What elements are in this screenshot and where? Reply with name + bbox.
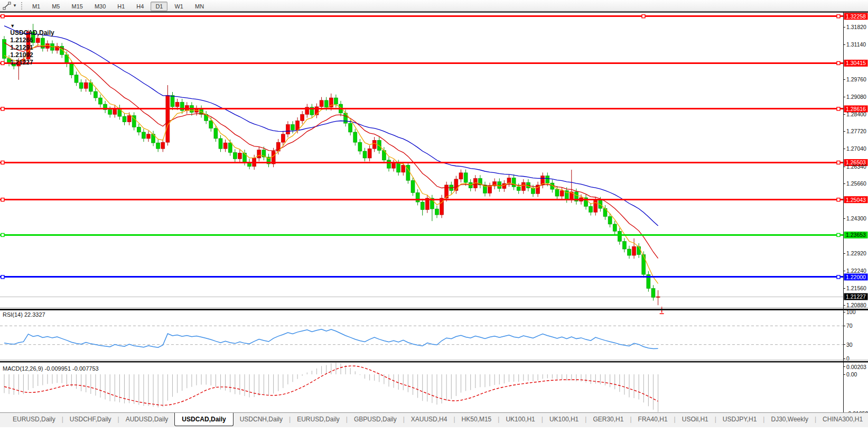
toolbar-dropdown-icon[interactable]: ▼ <box>13 3 17 8</box>
panel-splitter-rsi[interactable] <box>0 309 868 310</box>
chart-tab-xauusd-7[interactable]: XAUUSD,H4 <box>405 413 454 425</box>
chart-title: ▼ USDCAD,Daily 1.21266 1.21291 1.21092 1… <box>3 14 58 73</box>
svg-text:1.22240: 1.22240 <box>846 268 866 274</box>
svg-text:1.26340: 1.26340 <box>846 163 866 170</box>
quote-high: 1.21291 <box>10 44 33 51</box>
chart-tab-gbpusd-6[interactable]: GBPUSD,Daily <box>348 413 403 425</box>
rsi-indicator-label: RSI(14) 22.3327 <box>3 311 45 318</box>
svg-text:1.30415: 1.30415 <box>846 60 866 66</box>
chart-symbol-period: USDCAD,Daily <box>10 29 54 36</box>
rsi-line <box>4 329 658 349</box>
svg-text:1.24300: 1.24300 <box>846 215 866 222</box>
panel-splitter-macd[interactable] <box>0 361 868 363</box>
line-studies-button[interactable]: ▼ <box>0 2 19 10</box>
chart-tab-dj30-15[interactable]: DJ30,Weekly <box>764 413 814 425</box>
svg-text:1.21227: 1.21227 <box>846 293 866 300</box>
timeframe-buttons: M1M5M15M30H1H4D1W1MN <box>26 1 210 11</box>
chart-tab-usdjpy-14[interactable]: USDJPY,H1 <box>716 413 763 425</box>
timeframe-button-h1[interactable]: H1 <box>113 2 129 11</box>
timeframe-button-h4[interactable]: H4 <box>132 2 148 11</box>
chart-tab-usdcad-3[interactable]: USDCAD,Daily <box>174 413 233 426</box>
chart-canvas[interactable]: 1.322581.304151.286161.265031.250431.236… <box>0 12 868 427</box>
chart-tab-eurusd-0[interactable]: EURUSD,Daily <box>6 413 62 425</box>
svg-text:1.25043: 1.25043 <box>846 197 866 203</box>
medium-ma-line <box>4 43 658 259</box>
timeframe-button-d1[interactable]: D1 <box>151 2 167 11</box>
quote-open: 1.21266 <box>10 36 33 44</box>
svg-text:1.23653: 1.23653 <box>846 232 866 238</box>
svg-text:0: 0 <box>846 355 850 362</box>
toolbar-grip <box>21 2 23 10</box>
svg-text:1.32258: 1.32258 <box>846 13 866 20</box>
svg-text:1.27040: 1.27040 <box>846 145 866 152</box>
svg-text:1.31140: 1.31140 <box>846 41 866 48</box>
svg-text:1.31820: 1.31820 <box>846 24 866 30</box>
svg-text:1.25660: 1.25660 <box>846 180 866 187</box>
chart-window: 1.322581.304151.286161.265031.250431.236… <box>0 12 868 427</box>
timeframe-button-mn[interactable]: MN <box>190 2 209 11</box>
svg-text:0.00: 0.00 <box>846 371 857 377</box>
top-toolbar: ▼ M1M5M15M30H1H4D1W1MN <box>0 0 868 12</box>
svg-text:0.00203: 0.00203 <box>846 364 866 370</box>
timeframe-button-m1[interactable]: M1 <box>27 2 45 11</box>
svg-text:1.22000: 1.22000 <box>846 274 866 280</box>
svg-text:1.27720: 1.27720 <box>846 128 866 134</box>
timeframe-button-w1[interactable]: W1 <box>170 2 188 11</box>
svg-text:1.28400: 1.28400 <box>846 111 866 117</box>
chart-tab-eurusd-5[interactable]: EURUSD,Daily <box>291 413 346 425</box>
chart-tab-china300-16[interactable]: CHINA300,H1 <box>816 413 868 425</box>
svg-text:1.29080: 1.29080 <box>846 94 866 100</box>
chart-tab-ger30-11[interactable]: GER30,H1 <box>586 413 630 425</box>
chart-tab-hk50-8[interactable]: HK50,M15 <box>455 413 498 425</box>
macd-indicator-label: MACD(12,26,9) -0.009951 -0.007753 <box>3 365 99 372</box>
svg-text:70: 70 <box>846 323 853 329</box>
timeframe-button-m30[interactable]: M30 <box>90 2 110 11</box>
chart-tab-uk100-10[interactable]: UK100,H1 <box>543 413 585 425</box>
symbol-tab-bar: EURUSD,Daily|USDCHF,Daily|AUDUSD,DailyUS… <box>0 412 868 427</box>
price-level-lines <box>0 13 868 280</box>
chart-tab-audusd-2[interactable]: AUDUSD,Daily <box>119 413 175 425</box>
svg-text:1.29760: 1.29760 <box>846 76 866 82</box>
candles-layer <box>3 24 660 305</box>
fast-ma-line <box>4 45 658 284</box>
quote-low: 1.21092 <box>10 51 33 59</box>
macd-histogram <box>4 363 658 412</box>
chart-tab-usdchf-1[interactable]: USDCHF,Daily <box>63 413 118 425</box>
quote-close: 1.21227 <box>10 59 33 66</box>
chart-tab-usoil-13[interactable]: USOil,H1 <box>676 413 715 425</box>
svg-text:1.21560: 1.21560 <box>846 285 866 291</box>
timeframe-button-m15[interactable]: M15 <box>67 2 87 11</box>
svg-text:1.20880: 1.20880 <box>846 302 866 308</box>
timeframe-button-m5[interactable]: M5 <box>47 2 64 11</box>
line-studies-icon <box>3 2 11 10</box>
chart-collapse-icon[interactable]: ▼ <box>10 23 15 29</box>
chart-tab-fra40-12[interactable]: FRA40,H1 <box>632 413 674 425</box>
svg-text:1.22920: 1.22920 <box>846 250 866 256</box>
chart-tab-usdcnh-4[interactable]: USDCNH,Daily <box>234 413 289 425</box>
chart-tab-uk100-9[interactable]: UK100,H1 <box>499 413 541 425</box>
svg-text:30: 30 <box>846 342 853 348</box>
